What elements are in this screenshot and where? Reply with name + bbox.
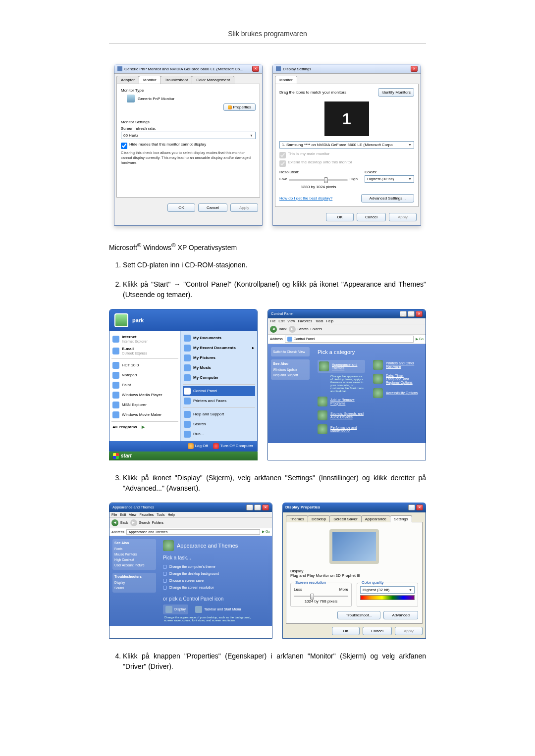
search-button[interactable]: Search — [139, 521, 150, 524]
back-button[interactable]: ◄ — [270, 326, 277, 333]
minimize-icon[interactable]: _ — [400, 311, 407, 317]
apply-button[interactable]: Apply — [389, 213, 417, 221]
start-item-control-panel[interactable]: Control Panel — [183, 386, 255, 396]
start-item[interactable]: My Pictures — [183, 353, 255, 363]
menu-help[interactable]: Help — [168, 513, 175, 516]
tab-appearance[interactable]: Appearance — [361, 515, 390, 522]
task-item[interactable]: Change the desktop background — [163, 570, 268, 577]
close-icon[interactable]: ✕ — [411, 66, 418, 72]
apply-button[interactable]: Apply — [230, 203, 258, 212]
folders-button[interactable]: Folders — [311, 327, 322, 331]
tab-settings[interactable]: Settings — [390, 515, 412, 522]
sidebar-item[interactable]: Fonts — [114, 546, 154, 552]
sidebar-item[interactable]: User Account Picture — [114, 562, 154, 568]
start-item[interactable]: Paint — [111, 380, 178, 390]
troubleshoot-button[interactable]: Troubleshoot... — [337, 611, 380, 619]
close-icon[interactable]: ✕ — [262, 504, 269, 510]
resolution-slider[interactable] — [289, 179, 348, 181]
tab-adapter[interactable]: Adapter — [116, 76, 139, 84]
sidebar-item[interactable]: Windows Update — [273, 367, 308, 372]
start-item[interactable]: Help and Support — [183, 409, 255, 419]
start-item[interactable]: Notepad — [111, 370, 178, 380]
sidebar-item[interactable]: Help and Support — [273, 372, 308, 378]
menu-file[interactable]: File — [270, 319, 275, 323]
sidebar-item[interactable]: Mouse Pointers — [114, 552, 154, 557]
start-item[interactable]: Windows Media Player — [111, 390, 178, 400]
address-input[interactable]: Control Panel — [285, 336, 414, 343]
monitor-select[interactable]: 1. Samsung **** on NVIDIA GeForce 6600 L… — [279, 141, 414, 149]
menu-favorites[interactable]: Favorites — [139, 513, 154, 516]
maximize-icon[interactable]: ▭ — [408, 311, 415, 317]
tab-screensaver[interactable]: Screen Saver — [329, 515, 361, 522]
color-quality-select[interactable]: Highest (32 bit) ▼ — [360, 586, 415, 594]
go-button[interactable]: ▶ Go — [262, 530, 270, 534]
resolution-slider[interactable] — [294, 596, 348, 597]
start-item[interactable]: My Computer — [183, 373, 255, 383]
best-display-link[interactable]: How do I get the best display? — [279, 196, 332, 201]
category-item[interactable]: Sounds, Speech, and Audio Devices — [318, 410, 365, 420]
task-item[interactable]: Choose a screen saver — [163, 577, 268, 584]
tab-desktop[interactable]: Desktop — [308, 515, 330, 522]
start-item[interactable]: Windows Movie Maker — [111, 410, 178, 420]
all-programs[interactable]: All Programs ▶ — [111, 423, 178, 431]
tab-monitor[interactable]: Monitor — [139, 76, 161, 84]
menu-tools[interactable]: Tools — [315, 319, 323, 323]
ok-button[interactable]: OK — [326, 213, 354, 221]
apply-button[interactable]: Apply — [395, 627, 423, 635]
ok-button[interactable]: OK — [167, 203, 195, 212]
forward-button[interactable]: ► — [130, 519, 137, 526]
back-button[interactable]: ◄ — [111, 519, 118, 526]
close-icon[interactable]: ✕ — [416, 504, 423, 510]
tab-monitor[interactable]: Monitor — [275, 76, 297, 84]
menu-edit[interactable]: Edit — [278, 319, 284, 323]
close-icon[interactable]: ✕ — [252, 66, 259, 72]
start-item[interactable]: Printers and Faxes — [183, 396, 255, 406]
menu-view[interactable]: View — [287, 319, 295, 323]
monitor-preview[interactable]: 1 — [324, 101, 369, 136]
cancel-button[interactable]: Cancel — [198, 203, 227, 212]
task-item[interactable]: Change the computer's theme — [163, 563, 268, 570]
task-item[interactable]: Change the screen resolution — [163, 584, 268, 591]
tab-troubleshoot[interactable]: Troubleshoot — [160, 76, 192, 84]
menu-help[interactable]: Help — [326, 319, 333, 323]
start-button[interactable]: start — [109, 452, 258, 460]
sidebar-item[interactable]: High Contrast — [114, 557, 154, 562]
cancel-button[interactable]: Cancel — [363, 627, 392, 635]
hide-modes-checkbox[interactable]: Hide modes that this monitor cannot disp… — [121, 142, 256, 149]
category-item[interactable]: Accessibility Options — [373, 388, 421, 398]
advanced-button[interactable]: Advanced — [383, 611, 418, 619]
logoff-button[interactable]: Log Off — [188, 443, 208, 449]
menu-edit[interactable]: Edit — [120, 513, 126, 516]
start-item[interactable]: Search — [183, 419, 255, 429]
go-button[interactable]: ▶ Go — [416, 337, 424, 341]
category-appearance[interactable]: Appearance and Themes — [318, 360, 365, 373]
folders-button[interactable]: Folders — [152, 521, 163, 524]
identify-monitors-button[interactable]: Identify Monitors — [378, 88, 414, 97]
forward-button[interactable]: ► — [289, 326, 296, 333]
start-item[interactable]: My Recent Documents▸ — [183, 343, 255, 353]
switch-view[interactable]: Switch to Classic View — [273, 349, 308, 354]
properties-button[interactable]: Properties — [223, 103, 256, 111]
address-input[interactable]: Appearance and Themes — [126, 529, 260, 535]
start-item-internet[interactable]: InternetInternet Explorer — [111, 333, 178, 345]
category-item[interactable]: Add or Remove Programs — [318, 397, 365, 406]
close-icon[interactable]: ✕ — [416, 311, 423, 317]
start-item-email[interactable]: E-mailOutlook Express — [111, 345, 178, 357]
cancel-button[interactable]: Cancel — [357, 213, 386, 221]
menu-file[interactable]: File — [111, 513, 117, 516]
start-item[interactable]: Run... — [183, 429, 255, 439]
sidebar-item[interactable]: Sound — [114, 585, 154, 591]
maximize-icon[interactable]: ▭ — [254, 504, 261, 510]
start-item[interactable]: My Documents — [183, 333, 255, 343]
minimize-icon[interactable]: _ — [246, 504, 253, 510]
search-button[interactable]: Search — [298, 327, 309, 331]
turnoff-button[interactable]: Turn Off Computer — [213, 443, 253, 449]
help-icon[interactable]: ? — [408, 504, 415, 510]
tab-color-management[interactable]: Color Management — [192, 76, 234, 84]
menu-view[interactable]: View — [129, 513, 136, 516]
menu-tools[interactable]: Tools — [157, 513, 164, 516]
refresh-rate-select[interactable]: 60 Hertz ▼ — [121, 132, 256, 139]
start-item[interactable]: My Music — [183, 363, 255, 373]
tab-themes[interactable]: Themes — [286, 515, 308, 522]
sidebar-item[interactable]: Display — [114, 580, 154, 585]
